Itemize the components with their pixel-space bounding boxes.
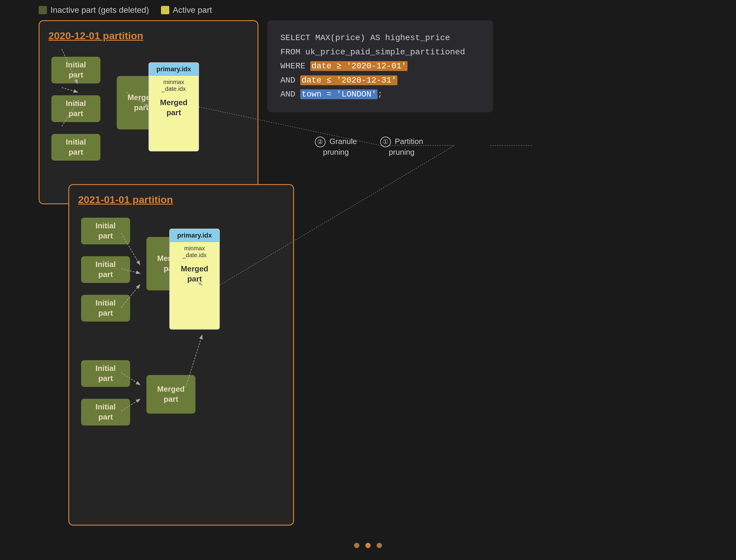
partition1-title: 2020-12-01 partition	[48, 30, 248, 42]
partition-text: Partitionpruning	[389, 137, 423, 156]
inactive-label: Inactive part (gets deleted)	[50, 5, 149, 15]
partition2-title: 2021-01-01 partition	[78, 194, 284, 205]
granule-pruning-label: ② Granulepruning	[315, 137, 357, 157]
dot-1[interactable]	[354, 543, 359, 548]
partition-pruning-label: ① Partitionpruning	[380, 137, 423, 157]
index-minmax-1: minmax_date.idx	[149, 76, 198, 95]
init-part-1-3: Initialpart	[51, 134, 100, 161]
partition-circle: ①	[380, 137, 391, 147]
init-part-2-1: Initialpart	[81, 218, 130, 244]
legend-active: Active part	[161, 5, 212, 15]
sql-box: SELECT MAX(price) AS highest_price FROM …	[267, 20, 493, 112]
index-primary-2: primary.idx	[170, 229, 219, 242]
index-minmax-2: minmax_date.idx	[170, 242, 219, 262]
sql-line3: WHERE date ≥ '2020-12-01'	[280, 59, 480, 73]
granule-text: Granulepruning	[323, 137, 357, 156]
index-card-1: primary.idx minmax_date.idx Mergedpart	[148, 62, 199, 151]
active-merged-label-2: Mergedpart	[170, 264, 219, 284]
dot-2[interactable]	[365, 543, 371, 548]
init-part-2-2: Initialpart	[81, 256, 130, 283]
init-part-1-1: Initialpart	[51, 57, 100, 83]
sql-town: town = 'LONDON'	[300, 89, 378, 99]
active-color-swatch	[161, 6, 169, 14]
active-merged-label-1: Mergedpart	[149, 98, 198, 118]
init-part-2-3: Initialpart	[81, 295, 130, 322]
sql-line1: SELECT MAX(price) AS highest_price	[280, 31, 480, 45]
legend-inactive: Inactive part (gets deleted)	[39, 5, 149, 15]
pagination-dots	[354, 543, 382, 548]
granule-circle: ②	[315, 137, 325, 147]
sql-date-gte: date ≥ '2020-12-01'	[310, 61, 408, 71]
sql-line2: FROM uk_price_paid_simple_partitioned	[280, 45, 480, 59]
sql-line5: AND town = 'LONDON';	[280, 87, 480, 102]
index-card-2: primary.idx minmax_date.idx Mergedpart	[169, 229, 220, 330]
init-part-2-5: Initialpart	[81, 399, 130, 425]
dot-3[interactable]	[377, 543, 382, 548]
inactive-color-swatch	[39, 6, 47, 14]
init-part-1-2: Initialpart	[51, 95, 100, 122]
sql-line4: AND date ≤ '2020-12-31'	[280, 73, 480, 88]
sql-date-lte: date ≤ '2020-12-31'	[300, 75, 398, 85]
legend: Inactive part (gets deleted) Active part	[39, 5, 212, 15]
merged-part-2-2: Mergedpart	[146, 375, 195, 414]
index-primary-1: primary.idx	[149, 63, 198, 76]
init-part-2-4: Initialpart	[81, 360, 130, 387]
active-label: Active part	[173, 5, 212, 15]
